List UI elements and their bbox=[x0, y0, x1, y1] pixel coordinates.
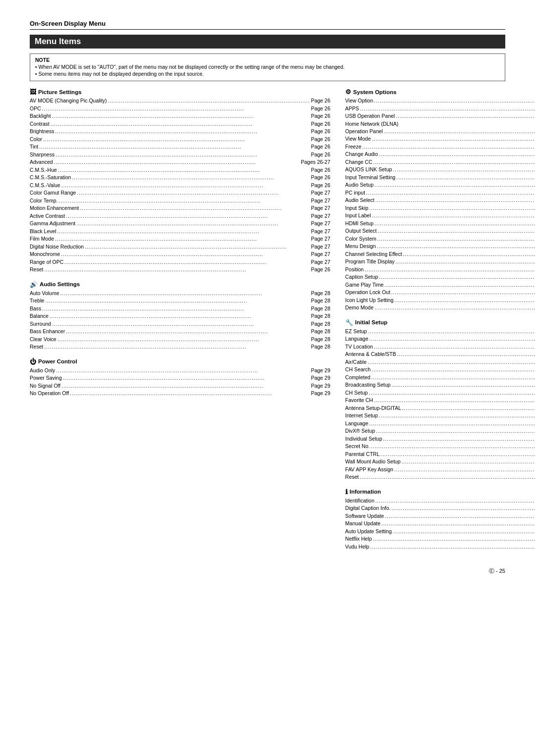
list-item: Software Update.........................… bbox=[345, 512, 535, 520]
item-label: Broadcasting Setup bbox=[345, 381, 391, 389]
list-item: Monochrome..............................… bbox=[30, 251, 330, 258]
dots-fill: ........................................… bbox=[55, 128, 310, 136]
dots-fill: ........................................… bbox=[383, 436, 535, 443]
list-item: Input Label.............................… bbox=[345, 212, 535, 220]
dots-fill: ........................................… bbox=[368, 328, 535, 336]
dots-fill: ........................................… bbox=[61, 251, 310, 258]
item-label: No Operation Off bbox=[30, 390, 69, 397]
item-page: Page 27 bbox=[311, 251, 330, 258]
item-label: Reset bbox=[30, 266, 43, 273]
dots-fill: ........................................… bbox=[372, 366, 535, 374]
item-page: Page 26 bbox=[311, 112, 330, 120]
list-item: Change Audio............................… bbox=[345, 151, 535, 158]
dots-fill: ........................................… bbox=[372, 212, 535, 220]
list-item: Game Play Time..........................… bbox=[345, 281, 535, 289]
dots-fill: ........................................… bbox=[376, 428, 535, 435]
dots-fill: ........................................… bbox=[396, 113, 535, 120]
footer-circle: Ⓔ bbox=[489, 568, 494, 574]
dots-fill: ........................................… bbox=[391, 505, 535, 512]
item-label: Completed bbox=[345, 374, 371, 381]
item-label: Demo Mode bbox=[345, 304, 374, 311]
menu-columns: 🖼Picture SettingsAV MODE (Changing Pic.Q… bbox=[30, 88, 505, 557]
list-item: Caption Setup...........................… bbox=[345, 273, 535, 281]
item-label: Auto Volume bbox=[30, 290, 59, 297]
list-item: No Signal Off...........................… bbox=[30, 382, 330, 390]
list-item: Internet Setup..........................… bbox=[345, 412, 535, 420]
item-label: Language bbox=[345, 335, 369, 343]
item-label: Black Level bbox=[30, 228, 56, 235]
dots-fill: ........................................… bbox=[374, 397, 535, 404]
menu-section: ⚙System OptionsView Option..............… bbox=[345, 88, 535, 312]
item-label: Position bbox=[345, 266, 364, 273]
note-label: NOTE bbox=[35, 57, 500, 63]
dots-fill: ........................................… bbox=[381, 520, 535, 528]
dots-fill: ........................................… bbox=[377, 228, 535, 235]
section-title-text: System Options bbox=[353, 89, 397, 95]
dots-fill: ........................................… bbox=[45, 298, 310, 305]
item-label: Freeze bbox=[345, 143, 362, 151]
item-label: Individual Setup bbox=[345, 435, 382, 443]
dots-fill: ........................................… bbox=[394, 466, 535, 474]
item-label: Input Label bbox=[345, 212, 371, 219]
list-item: Position................................… bbox=[345, 266, 535, 274]
section-icon: 🔊 bbox=[30, 281, 38, 288]
dots-fill: ........................................… bbox=[360, 105, 535, 113]
dots-fill: ........................................… bbox=[379, 151, 535, 158]
dots-fill: ........................................… bbox=[396, 258, 535, 266]
item-label: Home Network (DLNA) bbox=[345, 120, 398, 128]
list-item: Icon Light Up Setting...................… bbox=[345, 297, 535, 304]
list-item: APPS....................................… bbox=[345, 105, 535, 113]
dots-fill: ........................................… bbox=[377, 243, 535, 251]
dots-fill: ........................................… bbox=[365, 266, 535, 274]
item-label: Output Select bbox=[345, 227, 377, 235]
dots-fill: ........................................… bbox=[394, 297, 535, 304]
item-label: DivX® Setup bbox=[345, 427, 375, 435]
dots-fill: ........................................… bbox=[108, 98, 310, 105]
note-line-2: • Some menu items may not be displayed d… bbox=[35, 71, 500, 77]
item-label: Secret No. bbox=[345, 443, 370, 450]
list-item: Color System............................… bbox=[345, 235, 535, 243]
item-label: USB Operation Panel bbox=[345, 112, 395, 120]
footer-separator: - bbox=[496, 568, 499, 574]
item-label: Change Audio bbox=[345, 151, 378, 158]
item-label: Game Play Time bbox=[345, 281, 384, 289]
dots-fill: ........................................… bbox=[60, 290, 310, 298]
item-label: PC input bbox=[345, 189, 365, 197]
item-label: Brightness bbox=[30, 128, 54, 135]
item-label: Icon Light Up Setting bbox=[345, 297, 393, 304]
list-item: Brightness..............................… bbox=[30, 128, 330, 136]
item-page: Page 26 bbox=[311, 182, 330, 189]
dots-fill: ........................................… bbox=[55, 236, 310, 243]
list-item: DivX® Setup.............................… bbox=[345, 427, 535, 435]
item-page: Page 26 bbox=[311, 97, 330, 104]
list-item: Antenna & Cable/STB.....................… bbox=[345, 351, 535, 358]
item-label: Caption Setup bbox=[345, 273, 378, 281]
list-item: Language................................… bbox=[345, 420, 535, 428]
dots-fill: ........................................… bbox=[70, 390, 310, 398]
item-label: Identification bbox=[345, 497, 374, 504]
menu-items-title: Menu Items bbox=[30, 35, 505, 49]
list-item: Wall Mount Audio Setup..................… bbox=[345, 458, 535, 466]
item-label: Active Contrast bbox=[30, 212, 65, 220]
section-heading-text: On-Screen Display Menu bbox=[30, 20, 106, 27]
item-label: C.M.S.-Hue bbox=[30, 166, 57, 174]
item-label: Operation Panel bbox=[345, 128, 383, 135]
item-label: Treble bbox=[30, 297, 44, 304]
item-label: Program Title Display bbox=[345, 258, 395, 265]
dots-fill: ........................................… bbox=[370, 544, 535, 551]
list-item: Antenna Setup-DIGITAL...................… bbox=[345, 404, 535, 412]
list-item: Auto Update Setting.....................… bbox=[345, 528, 535, 536]
item-label: Range of OPC bbox=[30, 258, 63, 266]
list-item: Backlight...............................… bbox=[30, 112, 330, 120]
dots-fill: ........................................… bbox=[64, 259, 310, 266]
dots-fill: ........................................… bbox=[371, 443, 535, 451]
item-label: TV Location bbox=[345, 343, 373, 351]
item-label: Change CC bbox=[345, 158, 373, 166]
list-item: Tint....................................… bbox=[30, 143, 330, 151]
dots-fill: ........................................… bbox=[43, 136, 310, 144]
item-label: C.M.S.-Saturation bbox=[30, 174, 71, 181]
dots-fill: ........................................… bbox=[375, 498, 535, 505]
item-label: Surround bbox=[30, 320, 51, 328]
section-icon: ⚙ bbox=[345, 88, 351, 96]
dots-fill: ........................................… bbox=[39, 144, 310, 151]
